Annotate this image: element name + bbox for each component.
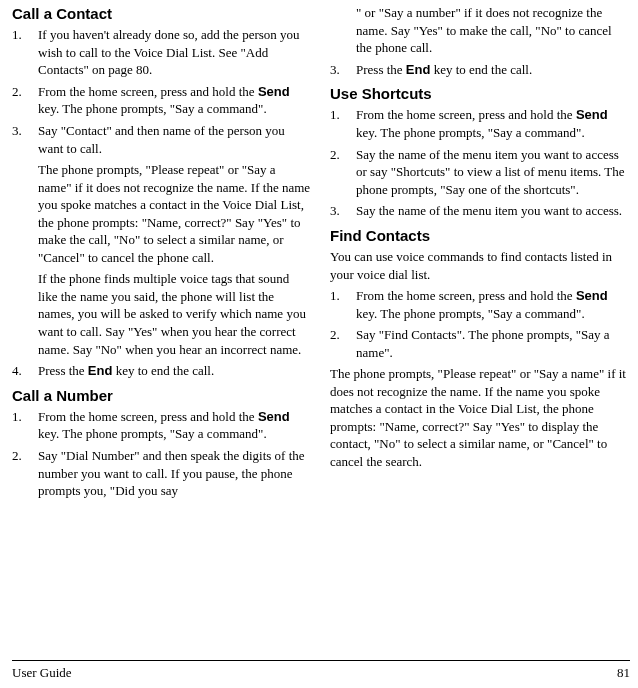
call-number-continuation: " or "Say a number" if it does not recog… (330, 4, 630, 57)
find-contacts-outro: The phone prompts, "Please repeat" or "S… (330, 365, 630, 470)
step-text: Say the name of the menu item you want t… (356, 202, 630, 220)
step-text: The phone prompts, "Please repeat" or "S… (38, 161, 312, 266)
step-item: Say "Find Contacts". The phone prompts, … (330, 326, 630, 361)
step-item: Say "Contact" and then name of the perso… (12, 122, 312, 358)
steps-find-contacts: From the home screen, press and hold the… (330, 287, 630, 361)
step-text: If the phone finds multiple voice tags t… (38, 270, 312, 358)
step-item: From the home screen, press and hold the… (330, 106, 630, 141)
step-text: From the home screen, press and hold the… (38, 408, 312, 443)
step-item: From the home screen, press and hold the… (330, 287, 630, 322)
right-column: " or "Say a number" if it does not recog… (330, 4, 630, 654)
step-item: If you haven't already done so, add the … (12, 26, 312, 79)
page-columns: Call a Contact If you haven't already do… (12, 4, 630, 654)
footer-right: 81 (617, 664, 630, 682)
step-text: Say "Find Contacts". The phone prompts, … (356, 326, 630, 361)
page-footer: User Guide 81 (12, 660, 630, 682)
find-contacts-intro: You can use voice commands to find conta… (330, 248, 630, 283)
footer-left: User Guide (12, 664, 72, 682)
steps-call-number-cont: Press the End key to end the call. (330, 61, 630, 79)
steps-call-number: From the home screen, press and hold the… (12, 408, 312, 500)
steps-call-contact: If you haven't already done so, add the … (12, 26, 312, 379)
step-text: From the home screen, press and hold the… (356, 106, 630, 141)
step-text: Press the End key to end the call. (356, 61, 630, 79)
step-text: Say the name of the menu item you want t… (356, 146, 630, 199)
step-text: If you haven't already done so, add the … (38, 26, 312, 79)
step-item: Press the End key to end the call. (12, 362, 312, 380)
step-text: From the home screen, press and hold the… (356, 287, 630, 322)
step-item: From the home screen, press and hold the… (12, 83, 312, 118)
step-text: Press the End key to end the call. (38, 362, 312, 380)
heading-find-contacts: Find Contacts (330, 226, 630, 246)
step-text: From the home screen, press and hold the… (38, 83, 312, 118)
step-text: Say "Contact" and then name of the perso… (38, 122, 312, 157)
step-text: Say "Dial Number" and then speak the dig… (38, 447, 312, 500)
step-item: From the home screen, press and hold the… (12, 408, 312, 443)
heading-use-shortcuts: Use Shortcuts (330, 84, 630, 104)
heading-call-contact: Call a Contact (12, 4, 312, 24)
step-item: Say the name of the menu item you want t… (330, 146, 630, 199)
step-item: Say "Dial Number" and then speak the dig… (12, 447, 312, 500)
left-column: Call a Contact If you haven't already do… (12, 4, 312, 654)
step-item: Say the name of the menu item you want t… (330, 202, 630, 220)
step-item: Press the End key to end the call. (330, 61, 630, 79)
heading-call-number: Call a Number (12, 386, 312, 406)
steps-use-shortcuts: From the home screen, press and hold the… (330, 106, 630, 219)
